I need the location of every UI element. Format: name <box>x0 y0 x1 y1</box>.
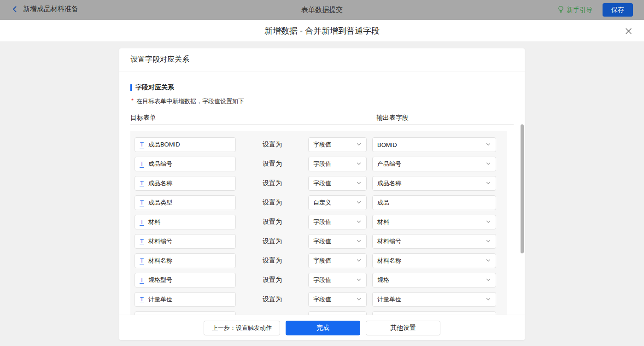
target-field-label: 成品名称 <box>148 179 172 188</box>
chevron-down-icon <box>486 296 491 303</box>
value-mode-label: 字段值 <box>313 295 331 304</box>
output-field-label: 计量单位 <box>377 295 401 304</box>
target-field-label: 材料名称 <box>148 257 172 265</box>
chevron-down-icon <box>356 161 362 168</box>
target-field-input[interactable]: T 材料名称 <box>135 253 236 268</box>
target-field-label: 成品BOMID <box>148 141 180 149</box>
output-field-select[interactable]: 规格 <box>372 273 496 287</box>
card-footer: 上一步：设置触发动作 完成 其他设置 <box>119 315 525 340</box>
text-field-icon: T <box>140 199 144 206</box>
field-mapping-row: T 材料 设置为 字段值 材料 <box>130 215 507 229</box>
value-mode-select[interactable]: 字段值 <box>308 234 367 249</box>
chevron-left-icon <box>11 6 18 15</box>
save-button[interactable]: 保存 <box>603 3 633 17</box>
value-mode-label: 字段值 <box>313 276 331 284</box>
value-mode-select[interactable]: 字段值 <box>308 176 367 191</box>
text-field-icon: T <box>140 161 144 168</box>
text-field-icon: T <box>140 296 144 303</box>
topbar: 表单数据提交 新增成品材料准备 新手引导 保存 <box>0 0 644 20</box>
set-as-label: 设置为 <box>263 195 282 210</box>
column-header-output-fields: 输出表字段 <box>376 114 409 122</box>
text-field-icon: T <box>140 258 144 264</box>
output-field-select[interactable]: 成品名称 <box>372 176 496 191</box>
output-field-select[interactable]: 计量单位 <box>372 292 496 307</box>
previous-step-button[interactable]: 上一步：设置触发动作 <box>204 321 280 335</box>
value-mode-select[interactable]: 字段值 <box>308 292 367 307</box>
output-field-label: 材料编号 <box>377 237 401 246</box>
output-field-select[interactable]: BOMID <box>372 137 496 152</box>
output-field-label: 材料名称 <box>377 257 401 265</box>
set-as-label: 设置为 <box>263 215 282 229</box>
page-title: 表单数据提交 <box>0 6 644 14</box>
set-as-label: 设置为 <box>263 292 282 307</box>
value-mode-select[interactable]: 字段值 <box>308 215 367 229</box>
chevron-down-icon <box>356 258 362 264</box>
value-mode-select[interactable]: 自定义 <box>308 195 367 210</box>
chevron-down-icon <box>356 238 362 245</box>
chevron-down-icon <box>486 238 491 245</box>
back-button[interactable] <box>11 6 18 15</box>
chevron-down-icon <box>486 258 491 264</box>
chevron-down-icon <box>356 277 362 284</box>
chevron-down-icon <box>486 219 491 226</box>
set-as-label: 设置为 <box>263 253 282 268</box>
close-icon[interactable] <box>624 26 633 35</box>
note-text: 在目标表单中新增数据，字段值设置如下 <box>136 97 244 106</box>
target-field-label: 成品编号 <box>148 160 172 168</box>
text-field-icon: T <box>140 277 144 284</box>
required-mark: * <box>130 97 134 104</box>
target-field-input[interactable]: T 规格型号 <box>135 273 236 287</box>
done-button[interactable]: 完成 <box>286 321 360 335</box>
modal-header: 新增数据 - 合并新增到普通字段 <box>0 20 644 42</box>
card-title: 设置字段对应关系 <box>119 48 525 71</box>
workflow-name[interactable]: 新增成品材料准备 <box>23 5 78 15</box>
output-field-select[interactable]: 产品编号 <box>372 157 496 171</box>
column-header-target-form: 目标表单 <box>130 114 156 122</box>
output-field-select[interactable]: 材料名称 <box>372 253 496 268</box>
beginner-guide-label: 新手引导 <box>567 6 592 14</box>
field-mapping-row: T 成品编号 设置为 字段值 产品编号 <box>130 157 507 171</box>
target-field-input[interactable]: T 材料编号 <box>135 234 236 249</box>
output-field-select[interactable]: 材料编号 <box>372 234 496 249</box>
target-field-input[interactable]: T 成品类型 <box>135 195 236 210</box>
set-as-label: 设置为 <box>263 273 282 287</box>
set-as-label: 设置为 <box>263 234 282 249</box>
value-mode-select[interactable]: 字段值 <box>308 253 367 268</box>
divider <box>130 124 514 125</box>
other-settings-button[interactable]: 其他设置 <box>366 321 440 335</box>
value-mode-select[interactable]: 字段值 <box>308 273 367 287</box>
chevron-down-icon <box>486 141 491 148</box>
value-mode-label: 字段值 <box>313 179 331 188</box>
target-field-input[interactable]: T 材料 <box>135 215 236 229</box>
chevron-down-icon <box>356 296 362 303</box>
text-field-icon: T <box>140 219 144 226</box>
scrollbar-thumb[interactable] <box>521 124 524 253</box>
output-field-label: 成品名称 <box>377 179 401 188</box>
field-mapping-row: T 材料编号 设置为 字段值 材料编号 <box>130 234 507 249</box>
value-mode-select[interactable]: 字段值 <box>308 137 367 152</box>
text-field-icon: T <box>140 141 144 148</box>
output-field-label: 规格 <box>377 276 389 284</box>
rows-container: T 成品BOMID 设置为 字段值 BOMID T 成品编号 设置为 字段值 <box>130 131 507 317</box>
chevron-down-icon <box>356 199 362 206</box>
field-mapping-row: T 计量单位 设置为 字段值 计量单位 <box>130 292 507 307</box>
set-as-label: 设置为 <box>263 137 282 152</box>
target-field-input[interactable]: T 成品BOMID <box>135 137 236 152</box>
modal-body: 设置字段对应关系 字段对应关系 * 在目标表单中新增数据，字段值设置如下 目标表… <box>0 42 644 346</box>
settings-card: 设置字段对应关系 字段对应关系 * 在目标表单中新增数据，字段值设置如下 目标表… <box>119 48 525 340</box>
output-field-select[interactable]: 成品 <box>372 195 496 210</box>
value-mode-select[interactable]: 字段值 <box>308 157 367 171</box>
output-field-select[interactable]: 材料 <box>372 215 496 229</box>
lightbulb-icon <box>557 6 564 15</box>
field-mapping-row: T 成品类型 设置为 自定义 成品 <box>130 195 507 210</box>
target-field-label: 规格型号 <box>148 276 172 284</box>
section-accent-bar <box>130 84 132 91</box>
target-field-label: 材料编号 <box>148 237 172 246</box>
output-field-label: BOMID <box>377 141 397 148</box>
target-field-input[interactable]: T 成品名称 <box>135 176 236 191</box>
beginner-guide-link[interactable]: 新手引导 <box>557 6 592 15</box>
chevron-down-icon <box>486 180 491 187</box>
target-field-input[interactable]: T 成品编号 <box>135 157 236 171</box>
target-field-input[interactable]: T 计量单位 <box>135 292 236 307</box>
output-field-label: 产品编号 <box>377 160 401 168</box>
